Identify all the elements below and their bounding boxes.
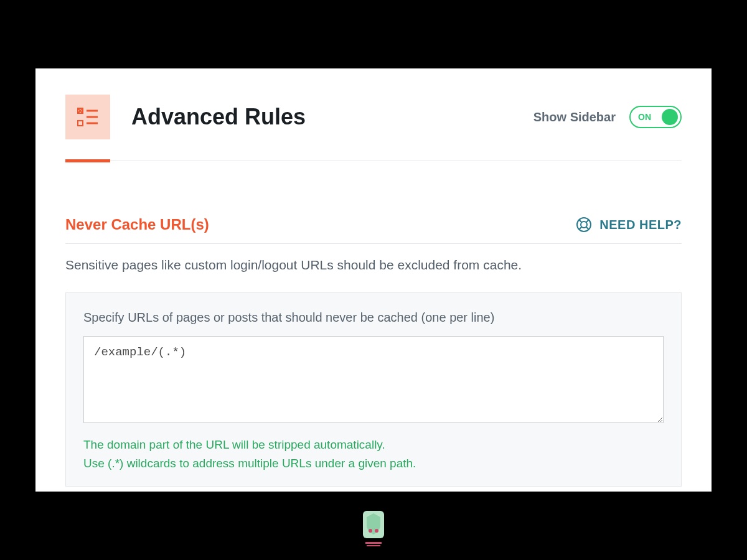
svg-line-9 [579, 220, 582, 223]
svg-point-15 [375, 529, 378, 533]
textarea-label: Specify URLs of pages or posts that shou… [83, 310, 664, 325]
active-tab-indicator [65, 159, 110, 162]
svg-line-10 [586, 220, 590, 223]
toggle-knob [662, 109, 678, 125]
svg-line-11 [579, 227, 582, 230]
section-description: Sensitive pages like custom login/logout… [65, 258, 682, 273]
show-sidebar-toggle[interactable]: ON [629, 106, 682, 128]
panel-header: Advanced Rules Show Sidebar ON [65, 95, 682, 139]
settings-panel: Advanced Rules Show Sidebar ON Never Cac… [35, 68, 712, 492]
svg-rect-17 [367, 545, 380, 546]
footer-logo [355, 505, 392, 551]
hint-line-1: The domain part of the URL will be strip… [83, 436, 664, 454]
need-help-link[interactable]: NEED HELP? [576, 217, 682, 233]
section-title: Never Cache URL(s) [65, 216, 209, 233]
show-sidebar-label: Show Sidebar [533, 110, 616, 124]
lifebuoy-icon [576, 217, 592, 233]
svg-line-12 [586, 227, 590, 230]
svg-point-14 [369, 529, 372, 533]
hint-line-2: Use (.*) wildcards to address multiple U… [83, 454, 664, 473]
advanced-rules-icon [65, 95, 110, 139]
tab-strip [65, 161, 682, 161]
never-cache-field: Specify URLs of pages or posts that shou… [65, 292, 682, 487]
need-help-label: NEED HELP? [599, 218, 682, 232]
toggle-state-label: ON [638, 112, 651, 122]
svg-rect-16 [365, 542, 382, 544]
field-hint: The domain part of the URL will be strip… [83, 436, 664, 474]
never-cache-urls-textarea[interactable] [83, 336, 664, 423]
section-divider [65, 243, 682, 244]
svg-rect-5 [78, 121, 83, 126]
page-title: Advanced Rules [131, 104, 306, 130]
